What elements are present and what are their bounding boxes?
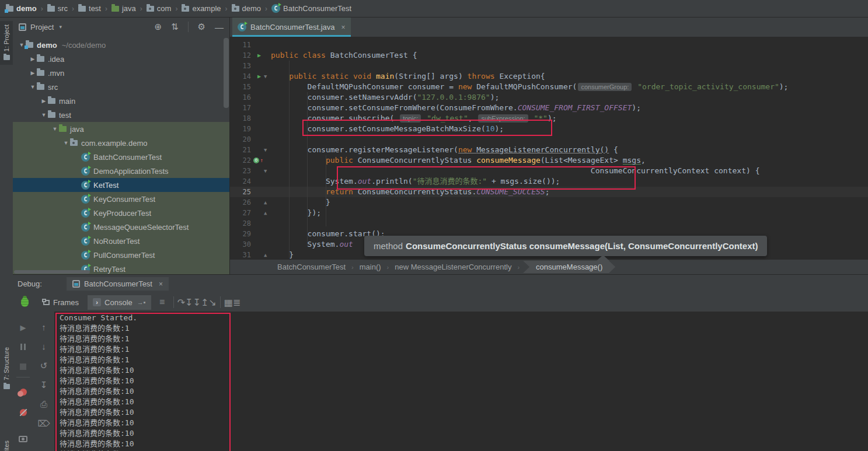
breadcrumb-item-com[interactable]: com: [147, 4, 172, 13]
scroll-to-end-icon[interactable]: ↧: [33, 380, 54, 390]
print-icon[interactable]: ⎙: [33, 399, 54, 410]
tree-item-pullconsumertest[interactable]: CPullConsumerTest: [13, 248, 229, 262]
up-stack-icon[interactable]: ↑: [33, 322, 54, 332]
editor-tab-batchconsumertest[interactable]: C BatchConsumerTest.java ×: [232, 18, 351, 37]
close-icon[interactable]: ×: [159, 280, 163, 288]
locate-icon[interactable]: ⊕: [154, 22, 162, 32]
overriding-method-icon[interactable]: o↑: [253, 155, 265, 166]
run-test-icon[interactable]: ▶: [253, 50, 265, 61]
layout-settings-icon[interactable]: ≣: [233, 298, 240, 307]
tree-item-java[interactable]: ▼java: [13, 122, 229, 136]
clear-all-icon[interactable]: ⌦: [33, 418, 54, 429]
console-output-line: 待消息消费的条数:10: [60, 386, 134, 397]
console-output-line: 待消息消费的条数:1: [60, 344, 130, 355]
fold-close-icon[interactable]: ▲: [264, 208, 267, 218]
evaluate-expression-icon[interactable]: ▦: [224, 298, 233, 307]
view-breakpoints-button[interactable]: [13, 387, 33, 397]
tree-toggle-icon[interactable]: ▶: [29, 70, 37, 76]
tree-item-noroutertest[interactable]: CNoRouterTest: [13, 234, 229, 248]
tree-item-demoapplicationtests[interactable]: CDemoApplicationTests: [13, 164, 229, 178]
down-stack-icon[interactable]: ↓: [33, 341, 54, 351]
console-icon: ›: [93, 298, 101, 306]
breadcrumb-item-batchconsumertest[interactable]: CBatchConsumerTest: [271, 4, 351, 13]
editor-breadcrumb-1[interactable]: main(): [357, 263, 384, 271]
breadcrumb-separator: ›: [387, 264, 389, 271]
force-step-into-icon[interactable]: ↧: [193, 298, 200, 307]
resume-button[interactable]: ▶: [13, 322, 33, 332]
code-editor[interactable]: 1112▶public class BatchConsumerTest {131…: [230, 37, 868, 260]
editor-breadcrumb-2[interactable]: new MessageListenerConcurrently: [392, 263, 514, 271]
tree-toggle-icon[interactable]: ▶: [29, 56, 37, 62]
hide-icon[interactable]: —: [215, 22, 224, 32]
tree-item-test[interactable]: ▼test: [13, 108, 229, 122]
breadcrumb-separator: ›: [225, 5, 228, 13]
tree-item-com-example-demo[interactable]: ▼com.example.demo: [13, 136, 229, 150]
code-line-13: 13: [230, 61, 868, 71]
tree-item-messagequeueselectortest[interactable]: CMessageQueueSelectorTest: [13, 220, 229, 234]
tab-frames[interactable]: Frames: [38, 295, 84, 310]
editor-breadcrumb-0[interactable]: BatchConsumerTest: [275, 263, 348, 271]
rerun-icon[interactable]: ↺: [33, 361, 54, 371]
breadcrumb-label: example: [192, 4, 221, 13]
settings-icon[interactable]: ⚙: [198, 22, 205, 32]
close-icon[interactable]: ×: [341, 23, 346, 32]
line-number: 26: [232, 197, 251, 208]
debug-bug-icon: [21, 298, 29, 307]
editor-breadcrumb-consumemessage[interactable]: consumeMessage(): [523, 261, 615, 273]
line-number: 31: [232, 250, 251, 260]
code-line-11: 11: [230, 40, 868, 50]
step-out-icon[interactable]: ↥: [201, 298, 208, 307]
stripe-button-favorites[interactable]: Favorites: [0, 440, 13, 451]
project-panel-title[interactable]: Project: [30, 23, 54, 32]
step-over-icon[interactable]: ↷: [177, 298, 185, 307]
breadcrumb-item-test[interactable]: test: [78, 4, 101, 13]
collapse-all-icon[interactable]: ⇅: [171, 22, 179, 32]
tree-item-kettest[interactable]: CKetTest: [13, 178, 229, 192]
tree-toggle-icon[interactable]: ▼: [51, 126, 59, 132]
breadcrumb-item-java[interactable]: java: [111, 4, 136, 13]
tree-toggle-icon[interactable]: ▼: [62, 140, 70, 146]
stripe-button-structure[interactable]: 7: Structure: [0, 347, 13, 389]
tree-item-label: RetryTest: [93, 265, 126, 274]
console-options-icon[interactable]: →▪: [137, 299, 146, 306]
tree-horizontal-scrollbar[interactable]: [14, 270, 90, 274]
fold-close-icon[interactable]: ▲: [264, 197, 267, 208]
breadcrumb-item-src[interactable]: src: [47, 4, 68, 13]
tree-toggle-icon[interactable]: ▼: [29, 84, 37, 90]
mute-breakpoints-button[interactable]: [13, 408, 33, 418]
fold-close-icon[interactable]: ▲: [264, 250, 267, 260]
test-class-icon: C: [81, 237, 90, 246]
breadcrumb-separator: ›: [140, 5, 142, 13]
tree-item--idea[interactable]: ▶.idea: [13, 52, 229, 66]
tree-item-keyproducertest[interactable]: CKeyProducerTest: [13, 206, 229, 220]
menu-icon[interactable]: ≡: [155, 297, 170, 307]
fold-open-icon[interactable]: ▼: [264, 166, 267, 176]
tree-item--mvn[interactable]: ▶.mvn: [13, 66, 229, 80]
screenshot-button[interactable]: [13, 434, 33, 444]
tree-item-main[interactable]: ▶main: [13, 94, 229, 108]
run-test-icon[interactable]: ▶: [253, 71, 265, 82]
tree-vertical-scrollbar[interactable]: [224, 38, 229, 108]
debug-session-tab[interactable]: BatchConsumerTest ×: [67, 277, 169, 291]
debug-console-output[interactable]: Consumer Started.待消息消费的条数:1待消息消费的条数:1待消息…: [54, 312, 868, 451]
fold-open-icon[interactable]: ▼: [264, 71, 267, 82]
breadcrumb-item-demo[interactable]: demo: [232, 4, 262, 13]
tree-item-src[interactable]: ▼src: [13, 80, 229, 94]
chevron-down-icon[interactable]: ▾: [59, 24, 62, 30]
project-tree[interactable]: ▼demo~/code/demo▶.idea▶.mvn▼src▶main▼tes…: [13, 36, 229, 274]
tree-item-batchconsumertest[interactable]: CBatchConsumerTest: [13, 150, 229, 164]
breadcrumb-item-example[interactable]: example: [182, 4, 221, 13]
pause-button[interactable]: [13, 342, 33, 352]
fold-open-icon[interactable]: ▼: [264, 145, 267, 155]
stop-button[interactable]: [13, 362, 33, 372]
tab-console[interactable]: › Console →▪: [88, 295, 151, 310]
tree-item-keyconsumertest[interactable]: CKeyConsumerTest: [13, 192, 229, 206]
step-into-icon[interactable]: ↧: [185, 298, 193, 307]
tree-toggle-icon[interactable]: ▶: [40, 98, 48, 104]
tree-item-demo[interactable]: ▼demo~/code/demo: [13, 38, 229, 52]
tree-toggle-icon[interactable]: ▼: [40, 112, 48, 118]
stripe-button-project[interactable]: 1: Project: [0, 21, 13, 65]
breadcrumb-label: BatchConsumerTest: [283, 4, 351, 13]
run-to-cursor-icon[interactable]: ↘: [208, 298, 216, 307]
breadcrumb-item-demo[interactable]: demo: [6, 4, 37, 13]
